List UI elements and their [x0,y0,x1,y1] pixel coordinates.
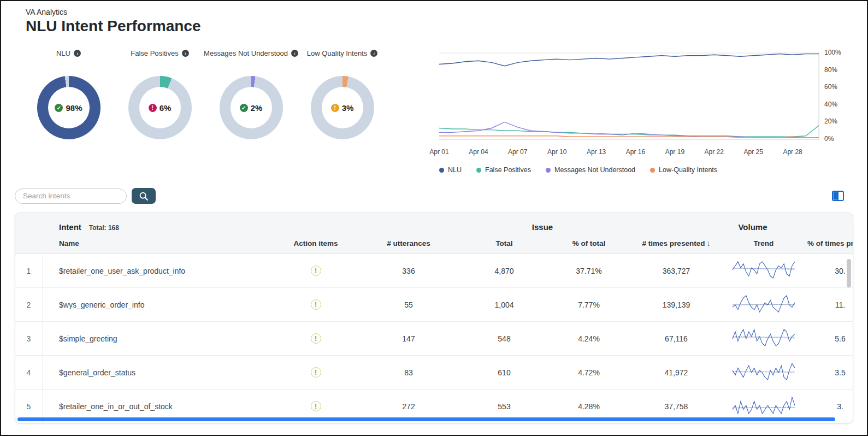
issue-total: 548 [458,334,551,343]
pct-times-presented: 5.6 [802,334,853,343]
info-icon[interactable]: i [370,50,377,57]
kpi-false-positives: False Positivesi!6% [118,49,202,174]
legend-item-nlu[interactable]: NLU [439,166,462,174]
y-axis-label: 20% [824,117,837,125]
times-presented: 37,758 [627,402,725,411]
issue-total: 1,004 [458,301,551,309]
pct-times-presented: 3.5 [802,368,853,377]
column-settings-button[interactable] [831,190,845,202]
info-icon[interactable]: i [74,50,81,57]
y-axis-label: 40% [824,101,837,108]
issue-total: 610 [458,368,551,377]
column-label: Total [495,239,512,248]
horizontal-scrollbar[interactable] [17,417,835,421]
vertical-scrollbar[interactable] [847,256,852,414]
action-items-cell: ! [272,333,359,344]
intent-total-count: Total: 168 [89,224,119,232]
x-axis-label: Apr 16 [626,148,645,156]
kpi-donuts: NLUi✓98%False Positivesi!6%Messages Not … [1,49,415,174]
intent-name[interactable]: $retailer_one_user_ask_product_info [43,267,272,275]
action-item-warning-icon[interactable]: ! [311,333,321,344]
kpi-low-quality-intents: Low Quality Intentsi!3% [300,49,384,174]
action-item-warning-icon[interactable]: ! [311,299,321,310]
action-item-warning-icon[interactable]: ! [311,401,321,411]
legend-dot [439,168,444,173]
kpi-value: 2% [251,103,263,113]
action-item-warning-icon[interactable]: ! [311,266,321,276]
column-label: % of times presented [807,239,853,248]
sort-desc-icon: ↓ [706,239,710,248]
column-header-trend[interactable]: Trend [725,239,802,248]
table-row[interactable]: 1$retailer_one_user_ask_product_info!336… [15,254,853,288]
legend-item-messages-not-understood[interactable]: Messages Not Understood [546,166,635,174]
pct-times-presented: 11. [802,301,853,309]
x-axis-label: Apr 07 [508,148,527,156]
trend-sparkline [731,394,796,416]
trend-cell [725,327,802,350]
issue-pct-of-total: 37.71% [551,267,627,275]
search-button[interactable] [132,188,156,204]
column-header-times-presented[interactable]: # times presented↓ [627,239,725,248]
table-row[interactable]: 4$general_order_status!836104.72%41,9723… [15,356,853,390]
action-item-warning-icon[interactable]: ! [311,367,321,378]
x-axis-label: Apr 04 [469,148,488,156]
group-header-volume: Volume [627,222,853,232]
alert-icon: ! [331,104,339,112]
column-label: # utterances [387,239,430,248]
times-presented: 139,139 [627,301,725,309]
action-items-cell: ! [272,367,359,378]
issue-total: 553 [458,402,551,411]
legend-label: False Positives [485,166,531,174]
donut-low-quality-intents: !3% [311,76,374,139]
intent-name[interactable]: $simple_greeting [43,334,272,343]
column-header-utterances[interactable]: # utterances [359,239,458,248]
donut-messages-not-understood: ✓2% [220,76,283,139]
info-icon[interactable]: i [291,50,298,57]
info-icon[interactable]: i [182,50,189,57]
row-index: 2 [15,288,43,321]
kpi-label: False Positives [131,49,178,57]
group-intent-label: Intent [59,222,81,232]
column-header-total[interactable]: Total [458,239,551,248]
chart-legend: NLUFalse PositivesMessages Not Understoo… [438,166,867,174]
legend-dot [650,168,655,173]
utterances-count: 147 [359,334,458,343]
column-label: % of total [572,239,606,248]
x-axis-label: Apr 01 [429,148,448,156]
trend-cell [725,361,802,384]
legend-item-low-quality-intents[interactable]: Low-Quality Intents [650,166,717,174]
search-input[interactable] [15,188,127,204]
app-name: VA Analytics [26,8,867,16]
x-axis-label: Apr 13 [587,148,606,156]
line-chart-svg [438,50,820,143]
times-presented: 41,972 [627,368,725,377]
y-axis-label: 80% [824,66,837,74]
column-header-action-items[interactable]: Action items [272,239,359,248]
column-header-of-total[interactable]: % of total [551,239,627,248]
line-chart-plot [438,50,820,143]
table-row[interactable]: 3$simple_greeting!1475484.24%67,1165.6 [15,322,853,356]
x-axis-label: Apr 10 [547,148,566,156]
issue-pct-of-total: 7.77% [551,301,627,309]
intent-name[interactable]: $wys_generic_order_info [43,301,272,309]
vertical-scrollbar-thumb[interactable] [847,259,851,287]
legend-label: Low-Quality Intents [659,166,717,174]
intent-name[interactable]: $retailer_one_in_or_out_of_stock [43,402,272,411]
row-index: 1 [15,254,43,287]
table-row[interactable]: 2$wys_generic_order_info!551,0047.77%139… [15,288,853,322]
utterances-count: 336 [359,267,458,275]
summary-section: NLUi✓98%False Positivesi!6%Messages Not … [1,49,867,174]
trend-sparkline [731,259,796,281]
pct-times-presented: 3. [802,402,853,411]
intent-name[interactable]: $general_order_status [43,368,272,377]
column-header-of-times-presented[interactable]: % of times presented [802,239,853,248]
column-header-name[interactable]: Name [43,239,272,248]
row-index: 3 [15,322,43,355]
column-label: Trend [754,239,774,248]
legend-item-false-positives[interactable]: False Positives [476,166,531,174]
issue-pct-of-total: 4.24% [551,334,627,343]
x-axis-label: Apr 19 [665,148,684,156]
legend-label: NLU [448,166,462,174]
utterances-count: 55 [359,301,458,309]
alert-icon: ! [149,104,157,112]
